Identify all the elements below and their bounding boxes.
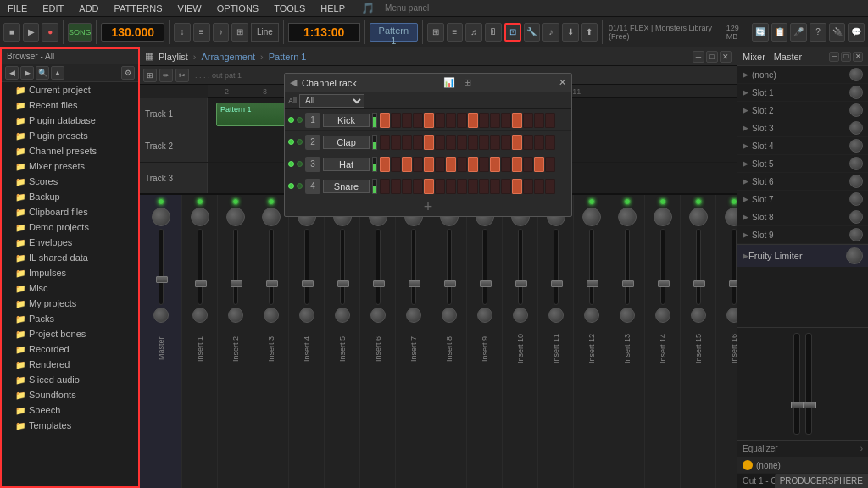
browser-search-btn[interactable]: 🔍 [36, 66, 49, 80]
mixer-fader-thumb[interactable] [337, 280, 349, 287]
step-btn-14[interactable] [534, 157, 544, 172]
record-button[interactable]: ● [42, 23, 58, 42]
toolbar-icon-highlighted[interactable]: ⊡ [504, 23, 521, 42]
mixer-fader-thumb[interactable] [480, 280, 492, 287]
step-btn-2[interactable] [402, 113, 412, 128]
step-btn-5[interactable] [435, 135, 445, 150]
master-fader-right[interactable] [805, 333, 812, 435]
channel-level[interactable] [372, 135, 377, 150]
step-btn-7[interactable] [457, 135, 467, 150]
mixer-fader-thumb[interactable] [515, 280, 527, 287]
slot-6-knob[interactable] [849, 175, 863, 188]
mm-slot-6[interactable]: ▶ Slot 6 [737, 173, 868, 191]
slot-5-knob[interactable] [849, 157, 863, 170]
browser-forward-btn[interactable]: ▶ [20, 66, 34, 80]
mixer-knob[interactable] [191, 208, 209, 226]
step-btn-3[interactable] [413, 135, 423, 150]
mixer-fader-track[interactable] [554, 229, 559, 305]
mixer-led[interactable] [158, 198, 164, 205]
toolbar-icon-13[interactable]: 🔄 [752, 23, 769, 42]
slot-9-knob[interactable] [849, 228, 863, 241]
mixer-fader-thumb[interactable] [156, 276, 168, 283]
fruity-limiter-knob[interactable] [846, 247, 863, 264]
toolbar-icon-9[interactable]: 🔧 [524, 23, 541, 42]
browser-item-recent-files[interactable]: 📁Recent files [2, 97, 138, 113]
playlist-minimize-btn[interactable]: ─ [693, 51, 704, 63]
mixer-fader-track[interactable] [518, 229, 523, 305]
mm-slot-9[interactable]: ▶ Slot 9 [737, 226, 868, 244]
browser-item-il-shared-data[interactable]: 📁IL shared data [2, 250, 138, 265]
slot-none-knob[interactable] [849, 68, 863, 81]
step-btn-11[interactable] [501, 179, 511, 194]
mm-maximize-btn[interactable]: □ [841, 52, 851, 62]
toolbar-icon-14[interactable]: 📋 [771, 23, 788, 42]
song-mode-btn[interactable]: SONG [68, 23, 92, 42]
step-btn-10[interactable] [490, 179, 500, 194]
browser-item-demo-projects[interactable]: 📁Demo projects [2, 219, 138, 235]
mixer-pan-knob[interactable] [335, 308, 350, 323]
mixer-fader-thumb[interactable] [409, 280, 420, 287]
channel-level[interactable] [372, 179, 377, 194]
step-btn-12[interactable] [512, 157, 522, 172]
mixer-fader-track[interactable] [233, 229, 238, 305]
step-btn-6[interactable] [446, 113, 456, 128]
step-btn-14[interactable] [534, 135, 544, 150]
channel-mute-led[interactable] [297, 183, 303, 189]
cr-back-btn[interactable]: ◀ [290, 77, 297, 88]
mixer-pan-knob[interactable] [691, 308, 706, 323]
menu-item-help[interactable]: HELP [318, 3, 348, 14]
step-btn-6[interactable] [446, 179, 456, 194]
mixer-fader-track[interactable] [696, 229, 701, 305]
mixer-pan-knob[interactable] [192, 308, 208, 323]
mixer-led[interactable] [659, 198, 666, 205]
toolbar-icon-12[interactable]: ⬆ [581, 23, 598, 42]
browser-up-btn[interactable]: ▲ [51, 66, 64, 80]
browser-item-rendered[interactable]: 📁Rendered [2, 357, 138, 372]
mixer-fader-thumb[interactable] [622, 280, 634, 287]
mixer-pan-knob[interactable] [264, 308, 279, 323]
browser-item-current-project[interactable]: 📁Current project [2, 82, 138, 97]
mm-slot-4[interactable]: ▶ Slot 4 [737, 137, 868, 155]
step-btn-1[interactable] [391, 135, 401, 150]
channel-active-led[interactable] [288, 117, 294, 123]
step-btn-9[interactable] [479, 113, 489, 128]
cr-filter-select[interactable]: All Audio Automation [299, 94, 364, 108]
browser-item-packs[interactable]: 📁Packs [2, 311, 138, 326]
master-fader-right-thumb[interactable] [803, 402, 816, 408]
toolbar-icon-17[interactable]: 🔌 [829, 23, 846, 42]
channel-mute-led[interactable] [297, 161, 303, 167]
step-btn-10[interactable] [490, 157, 500, 172]
step-btn-13[interactable] [523, 179, 533, 194]
mixer-led[interactable] [624, 198, 631, 205]
menu-item-add[interactable]: ADD [76, 3, 101, 14]
browser-item-speech[interactable]: 📁Speech [2, 402, 138, 418]
toolbar-icon-5[interactable]: ⊞ [427, 23, 444, 42]
step-btn-8[interactable] [468, 135, 478, 150]
mm-minimize-btn[interactable]: ─ [829, 52, 839, 62]
channel-active-led[interactable] [288, 183, 294, 189]
step-btn-11[interactable] [501, 135, 511, 150]
browser-item-envelopes[interactable]: 📁Envelopes [2, 235, 138, 250]
mm-slot-3[interactable]: ▶ Slot 3 [737, 119, 868, 137]
menu-item-patterns[interactable]: PATTERNS [112, 3, 165, 14]
step-btn-14[interactable] [534, 113, 544, 128]
mixer-fader-thumb[interactable] [693, 280, 705, 287]
step-btn-11[interactable] [501, 157, 511, 172]
mixer-fader-thumb[interactable] [373, 280, 385, 287]
mm-slot-8[interactable]: ▶ Slot 8 [737, 208, 868, 226]
mixer-fader-track[interactable] [304, 229, 309, 305]
mixer-fader-track[interactable] [340, 229, 345, 305]
mixer-led[interactable] [197, 198, 203, 205]
mm-close-btn[interactable]: ✕ [853, 52, 863, 62]
mixer-led[interactable] [695, 198, 702, 205]
browser-item-misc[interactable]: 📁Misc [2, 280, 138, 296]
time-display[interactable]: 1:13:00 [288, 23, 360, 42]
mixer-fader-thumb[interactable] [231, 280, 242, 287]
toolbar-icon-16[interactable]: ? [810, 23, 826, 42]
menu-item-options[interactable]: OPTIONS [214, 3, 262, 14]
mixer-fader-thumb[interactable] [729, 280, 737, 287]
toolbar-icon-11[interactable]: ⬇ [562, 23, 579, 42]
channel-mute-led[interactable] [297, 117, 303, 123]
step-btn-2[interactable] [402, 179, 412, 194]
browser-item-scores[interactable]: 📁Scores [2, 174, 138, 189]
